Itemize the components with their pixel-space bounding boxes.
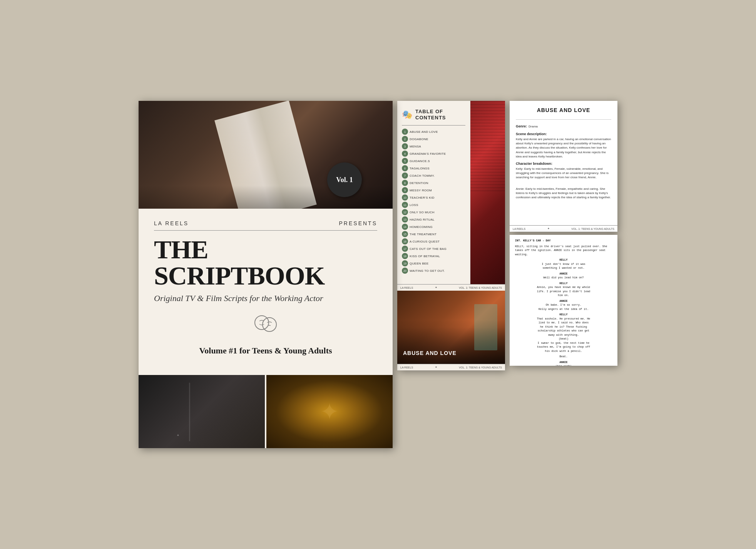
toc-item-label: HAZING RITUAL (410, 218, 435, 221)
script-dialog: (big sigh) So are you going to keep it? … (523, 364, 604, 366)
toc-item-num: 9 (402, 187, 408, 193)
toc-item-label: GRANDMA'S FAVORITE (410, 152, 446, 156)
script-divider (516, 119, 611, 120)
script-dialog: That asshole. He pressured me. He lied t… (523, 317, 604, 353)
script-slug: INT. KELLY'S CAR - DAY (515, 239, 612, 243)
toc-icon: 🎭 (402, 110, 412, 120)
script-lines: KELLYI just don't know if it was somethi… (515, 258, 612, 366)
scene-label: Scene description: (516, 132, 611, 136)
script-dialog: I just don't know if it was something I … (523, 262, 604, 270)
theater-photo (470, 101, 505, 284)
toc-item-label: QUEEN BEE (410, 262, 428, 265)
footer-brand-left: LA REELS (400, 286, 413, 289)
book-cover: Vol. 1 LA REELS PRESENTS THE SCRIPTBOOK … (139, 101, 393, 448)
toc-item-num: 3 (402, 143, 408, 149)
toc-item: 16 A CURIOUS QUEST (402, 238, 465, 244)
toc-item-label: GUIDANCE.S (410, 159, 430, 163)
main-layout: Vol. 1 LA REELS PRESENTS THE SCRIPTBOOK … (139, 101, 617, 448)
script-summary-page: ABUSE AND LOVE Genre: Drama Scene descri… (510, 101, 617, 232)
scene-desc: Kelly and Annie are parked in a car, hav… (516, 137, 611, 159)
bottom-scene-photo: ABUSE AND LOVE (397, 291, 505, 364)
toc-item-label: CATS OUT OF THE BAG (410, 247, 447, 251)
toc-title: TABLE OFCONTENTS (415, 109, 446, 121)
toc-item-label: WAITING TO GET OUT. (410, 269, 445, 273)
toc-item: 3 MENSA (402, 143, 465, 149)
vol-badge-text: Vol. 1 (336, 176, 353, 184)
toc-item: 19 QUEEN BEE (402, 260, 465, 266)
scene-title-overlay: ABUSE AND LOVE (403, 350, 457, 356)
cover-divider (154, 230, 377, 231)
char-kelly: Kelly: Early to mid-twenties, Female, vu… (516, 167, 611, 180)
toc-item-label: A CURIOUS QUEST (410, 240, 440, 243)
cover-theater-icon-wrap (154, 311, 377, 338)
cover-volume: Volume #1 for Teens & Young Adults (154, 346, 377, 356)
right-pages: ABUSE AND LOVE Genre: Drama Scene descri… (510, 101, 617, 366)
toc-item-num: 2 (402, 136, 408, 142)
toc-item-num: 16 (402, 238, 408, 244)
cover-presents: PRESENTS (339, 220, 377, 226)
toc-item-label: DETENTION (410, 181, 428, 185)
toc-item-num: 12 (402, 209, 408, 215)
script-dialog: Annie, you have known me my whole life. … (523, 285, 604, 298)
cover-top-photo: Vol. 1 (139, 101, 393, 209)
toc-item-label: MESSY ROOM (410, 189, 432, 192)
footer-vol-right2: VOL. 1: TEENS & YOUNG ADULTS (459, 366, 502, 369)
toc-item-label: ONLY SO MUCH (410, 211, 435, 214)
script-char: KELLY (515, 258, 612, 262)
script-text-page: INT. KELLY'S CAR - DAY KELLY, sitting in… (510, 235, 617, 366)
toc-item-num: 20 (402, 268, 408, 274)
cover-bottom-photos (139, 375, 393, 448)
toc-item-num: 17 (402, 246, 408, 252)
toc-item-label: KISS OF BETRAYAL (410, 254, 440, 258)
toc-item: 2 DOGABONE (402, 136, 465, 142)
footer-dot: ✦ (435, 286, 437, 289)
toc-item: 1 ABUSE AND LOVE (402, 129, 465, 135)
toc-item: 12 ONLY SO MUCH (402, 209, 465, 215)
toc-item: 15 THE TREATMENT (402, 231, 465, 237)
script-page-title: ABUSE AND LOVE (516, 107, 611, 113)
genre-value: Drama (529, 125, 538, 128)
footer-brand-left2: LA REELS (400, 366, 413, 369)
toc-item: 20 WAITING TO GET OUT. (402, 268, 465, 274)
toc-item-num: 7 (402, 172, 408, 179)
toc-item: 14 HOMECOMING (402, 224, 465, 230)
toc-item-label: THE TREATMENT (410, 233, 437, 236)
toc-divider (402, 125, 465, 126)
script-header: ABUSE AND LOVE Genre: Drama Scene descri… (510, 101, 617, 225)
toc-item-label: HOMECOMING (410, 225, 433, 229)
toc-item-num: 5 (402, 158, 408, 164)
toc-item-label: ABUSE AND LOVE (410, 130, 438, 134)
theater-masks-icon (252, 311, 279, 338)
cover-title: THE SCRIPTBOOK (154, 236, 377, 289)
toc-item: 4 GRANDMA'S FAVORITE (402, 151, 465, 157)
footer-dot2: ✦ (435, 366, 437, 369)
script-text-area: INT. KELLY'S CAR - DAY KELLY, sitting in… (510, 235, 617, 366)
toc-item: 13 HAZING RITUAL (402, 216, 465, 223)
script-char: ANNIE (515, 299, 612, 303)
toc-item-label: LOSS (410, 203, 418, 207)
toc-item: 9 MESSY ROOM (402, 187, 465, 193)
script-dialog: Well did you lead him on? (523, 276, 604, 280)
toc-item-num: 10 (402, 194, 408, 201)
toc-item: 18 KISS OF BETRAYAL (402, 253, 465, 259)
script-footer-vol: VOL. 1: TEENS & YOUNG ADULTS (571, 228, 614, 230)
toc-item-num: 8 (402, 180, 408, 186)
spread-footer-bottom: LA REELS ✦ VOL. 1: TEENS & YOUNG ADULTS (397, 364, 505, 370)
script-footer-brand: LA REELS (513, 228, 525, 230)
spread-top: 🎭 TABLE OFCONTENTS 1 ABUSE AND LOVE 2 DO… (397, 101, 505, 284)
cover-subtitle: Original TV & Film Scripts for the Worki… (154, 293, 377, 303)
toc-item-num: 19 (402, 260, 408, 266)
toc-item-num: 4 (402, 151, 408, 157)
vol-badge: Vol. 1 (327, 162, 362, 197)
toc-item-label: MENSA (410, 145, 421, 148)
toc-item-num: 11 (402, 202, 408, 208)
toc-item-label: COACH TOMMY. (410, 174, 435, 177)
toc-item: 5 GUIDANCE.S (402, 158, 465, 164)
script-dialog: Beat. (523, 355, 604, 359)
svg-point-0 (255, 316, 269, 330)
svg-point-1 (263, 318, 276, 331)
cover-content: LA REELS PRESENTS THE SCRIPTBOOK Origina… (139, 209, 393, 375)
toc-item: 8 DETENTION (402, 180, 465, 186)
toc-item: 17 CATS OUT OF THE BAG (402, 246, 465, 252)
toc-item: 6 TAGALONGS (402, 165, 465, 171)
